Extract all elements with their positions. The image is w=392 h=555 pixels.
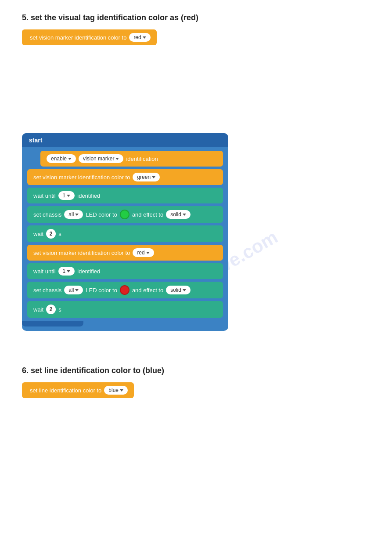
set-green-prefix: set vision marker identification color t… [33,174,130,181]
block-wait-2-second: wait 2 s [27,301,223,318]
blue-dropdown[interactable]: blue [104,386,128,395]
start-header: start [22,133,228,147]
vision-arrow-icon [115,158,119,160]
chassis-all-dropdown-2[interactable]: all [64,286,83,294]
wait-until-prefix-2: wait until [33,268,56,275]
led-prefix-2: LED color to [86,287,117,294]
block-enable-vision: enable vision marker identification [40,151,223,167]
s-label-2: s [58,306,61,313]
solid-arrow-icon-2 [183,289,186,291]
block-wait-2-first: wait 2 s [27,225,223,242]
wait-2-bubble-1[interactable]: 2 [46,229,56,239]
enable-arrow-icon [68,158,72,160]
start-container: start enable vision marker identificatio… [22,133,228,331]
solid-dropdown-1[interactable]: solid [166,210,191,219]
wait-label-2: wait [33,306,43,313]
wait2-arrow-icon [67,270,70,272]
section5-standalone-block: set vision marker identification color t… [22,29,157,45]
vision-marker-dropdown[interactable]: vision marker [79,154,123,163]
green-circle [120,210,129,219]
led-prefix-1: LED color to [86,211,117,218]
block-wait-until-2: wait until 1 identified [27,263,223,279]
section5-heading: 5. set the visual tag identification col… [22,13,370,22]
solid-dropdown-2[interactable]: solid [166,286,191,294]
wait1-arrow-icon [67,195,70,197]
enable-dropdown[interactable]: enable [47,154,76,163]
dropdown-arrow-icon [143,36,146,39]
red-arrow-icon [146,252,150,254]
red-circle [120,285,129,295]
block-set-red: set vision marker identification color t… [27,245,223,261]
section6-block: set line identification color to blue [22,382,134,398]
chassis-prefix-2: set chassis [33,287,61,294]
chassis-all-dropdown-1[interactable]: all [64,210,83,219]
chassis-prefix-1: set chassis [33,211,61,218]
wait-until-prefix: wait until [33,192,56,199]
start-label: start [29,137,42,144]
chassis-all-arrow-icon-1 [75,214,79,216]
wait-identified-label-2: identified [77,268,100,275]
block-chassis-led-green: set chassis all LED color to and effect … [27,206,223,223]
effect-prefix-2: and effect to [132,287,163,294]
s-label-1: s [58,231,61,237]
identification-label: identification [126,156,158,162]
red-dropdown[interactable]: red [133,248,154,257]
wait-identified-label-1: identified [77,192,100,199]
wait-number-dropdown-1[interactable]: 1 [58,191,75,200]
effect-prefix-1: and effect to [132,211,163,218]
section6-heading: 6. set line identification color to (blu… [22,366,370,375]
block-chassis-led-red: set chassis all LED color to and effect … [27,282,223,298]
set-red-prefix: set vision marker identification color t… [33,250,130,256]
block-wait-until-1: wait until 1 identified [27,188,223,203]
block-set-green: set vision marker identification color t… [27,169,223,185]
green-dropdown[interactable]: green [133,173,160,181]
wait-2-bubble-2[interactable]: 2 [46,305,56,314]
section5-red-dropdown[interactable]: red [129,33,150,42]
chassis-all-arrow-icon-2 [75,289,79,291]
section6-block-prefix: set line identification color to [30,387,101,394]
section5-block-prefix: set vision marker identification color t… [30,34,126,41]
green-arrow-icon [152,176,155,178]
wait-number-dropdown-2[interactable]: 1 [58,267,75,276]
wait-label-1: wait [33,231,43,237]
blue-arrow-icon [120,389,123,392]
solid-arrow-icon-1 [183,214,186,216]
